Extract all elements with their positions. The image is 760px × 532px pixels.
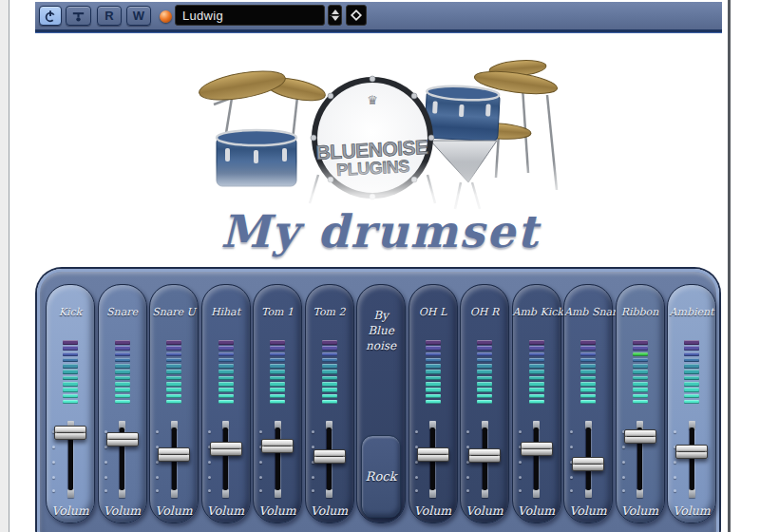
fader-scale-dot: [570, 446, 573, 448]
meter-segment: [115, 364, 130, 369]
meter-segment: [426, 388, 441, 392]
meter-segment: [63, 352, 78, 357]
preset-up-icon[interactable]: [332, 10, 339, 14]
meter-segment: [270, 364, 285, 369]
fader-scale-dot: [466, 476, 469, 479]
fader-scale-dot: [570, 489, 573, 492]
fader-track[interactable]: [690, 428, 694, 490]
level-meter: [684, 340, 699, 406]
fader-cap-bottom: [171, 489, 178, 498]
meter-segment: [477, 382, 492, 387]
preset-browser-button[interactable]: [346, 5, 367, 26]
fader-scale-dot: [415, 476, 418, 479]
channel-strip-hihat: HihatVolum: [201, 284, 251, 523]
meter-segment: [477, 352, 492, 357]
fader-cap-bottom: [326, 489, 332, 498]
fader-scale-dot: [466, 489, 469, 492]
style-preset-button[interactable]: Rock: [361, 435, 401, 518]
meter-segment: [115, 400, 130, 405]
meter-segment: [684, 364, 699, 369]
preset-down-icon[interactable]: [332, 16, 339, 21]
fader-handle-line: [161, 454, 187, 455]
preset-name: Ludwig: [182, 9, 223, 23]
meter-segment: [322, 382, 337, 387]
meter-segment: [218, 382, 234, 387]
channel-strip-ribbon: RibbonVolum: [616, 284, 665, 523]
meter-segment: [529, 352, 544, 357]
fader-handle[interactable]: [675, 445, 708, 459]
volume-fader: [47, 421, 94, 497]
fader-handle[interactable]: [521, 442, 553, 456]
level-meter: [529, 340, 544, 406]
fader-handle[interactable]: [54, 426, 86, 440]
meter-segment: [218, 364, 234, 369]
fader-scale-dot: [570, 430, 573, 433]
brand-label-line: Blue: [357, 323, 405, 338]
meter-segment: [115, 346, 130, 351]
preset-stepper[interactable]: [328, 5, 342, 26]
fader-handle[interactable]: [261, 439, 294, 453]
fader-cap-bottom: [533, 489, 540, 498]
fader-scale-dot: [674, 430, 676, 433]
meter-segment: [166, 400, 181, 405]
meter-segment: [218, 388, 234, 392]
meter-segment: [633, 394, 648, 399]
fader-handle[interactable]: [314, 449, 346, 464]
meter-segment: [426, 394, 441, 399]
fader-cap-bottom: [222, 489, 229, 498]
fader-scale-dot: [259, 476, 262, 479]
meter-segment: [684, 400, 699, 405]
meter-segment: [633, 376, 648, 381]
fader-track[interactable]: [276, 428, 280, 490]
fader-scale-dot: [259, 489, 262, 492]
fader-scale-dot: [312, 476, 314, 479]
fader-handle[interactable]: [572, 457, 604, 471]
meter-segment: [115, 376, 130, 381]
channel-name: Snare U: [150, 306, 198, 318]
volume-label: Volum: [99, 504, 146, 518]
fader-track[interactable]: [223, 428, 228, 490]
fader-handle[interactable]: [210, 442, 242, 456]
channel-name: OH L: [409, 306, 457, 318]
fader-scale-dot: [674, 461, 676, 464]
bypass-button[interactable]: [66, 6, 91, 26]
write-automation-button[interactable]: W: [126, 6, 151, 26]
activity-led-icon: [160, 10, 172, 23]
meter-segment: [529, 382, 544, 387]
meter-segment: [270, 370, 285, 374]
meter-segment: [580, 394, 596, 399]
meter-segment: [322, 376, 337, 381]
fader-handle[interactable]: [106, 432, 139, 446]
power-button[interactable]: [39, 6, 62, 26]
level-meter: [270, 340, 285, 406]
fader-handle[interactable]: [417, 447, 449, 462]
meter-segment: [166, 388, 181, 392]
fader-cap-bottom: [482, 489, 488, 498]
volume-fader: [306, 421, 353, 497]
meter-segment: [684, 340, 699, 345]
channel-strip-tom-1: Tom 1Volum: [253, 284, 302, 523]
fader-handle[interactable]: [624, 429, 656, 444]
preset-name-field[interactable]: Ludwig: [175, 5, 325, 26]
read-automation-button[interactable]: R: [97, 6, 122, 26]
fader-track[interactable]: [534, 428, 539, 490]
volume-label: Volum: [668, 504, 715, 518]
meter-segment: [426, 364, 441, 369]
fader-handle[interactable]: [468, 448, 501, 463]
meter-segment: [166, 346, 181, 351]
level-meter: [166, 340, 181, 406]
fader-handle-line: [420, 454, 446, 455]
fader-scale-dot: [312, 430, 314, 433]
meter-segment: [166, 382, 181, 387]
volume-fader: [409, 421, 457, 497]
fader-scale-dot: [52, 489, 55, 492]
channel-name: Ambient: [668, 306, 715, 318]
meter-segment: [115, 358, 130, 363]
meter-segment: [633, 340, 648, 345]
meter-segment: [633, 382, 648, 387]
brand-strip: ByBluenoiseRock: [356, 284, 406, 523]
fader-handle[interactable]: [158, 447, 190, 462]
meter-segment: [426, 352, 441, 357]
volume-fader: [202, 421, 250, 497]
fader-scale-dot: [312, 446, 314, 448]
